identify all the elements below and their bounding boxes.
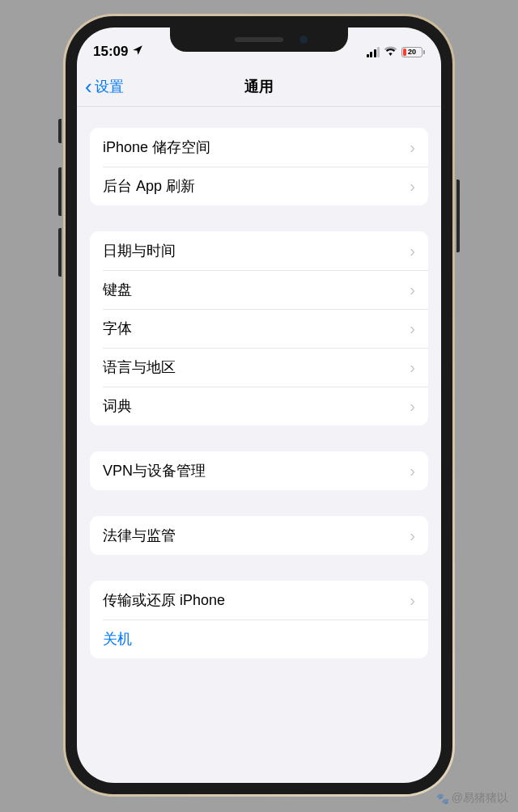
- settings-group: 法律与监管›: [90, 516, 428, 555]
- chevron-right-icon: ›: [410, 319, 415, 338]
- row-label: 键盘: [103, 280, 132, 299]
- settings-content[interactable]: iPhone 储存空间›后台 App 刷新›日期与时间›键盘›字体›语言与地区›…: [77, 107, 441, 783]
- settings-row[interactable]: 日期与时间›: [90, 231, 428, 270]
- settings-group: iPhone 储存空间›后台 App 刷新›: [90, 128, 428, 205]
- navigation-bar: ‹ 设置 通用: [77, 66, 441, 107]
- row-label: 法律与监管: [103, 526, 176, 545]
- settings-row[interactable]: iPhone 储存空间›: [90, 128, 428, 167]
- chevron-right-icon: ›: [410, 358, 415, 377]
- chevron-right-icon: ›: [410, 281, 415, 299]
- mute-switch: [58, 119, 62, 143]
- settings-row[interactable]: 关机: [90, 620, 428, 658]
- cellular-signal-icon: [367, 47, 380, 57]
- settings-row[interactable]: 词典›: [90, 387, 428, 425]
- row-label: 字体: [103, 319, 132, 338]
- paw-icon: 🐾: [436, 793, 449, 805]
- row-label: 语言与地区: [103, 357, 176, 377]
- location-icon: [132, 44, 143, 60]
- row-label: VPN与设备管理: [103, 461, 206, 480]
- battery-indicator: 20: [401, 47, 425, 57]
- page-title: 通用: [244, 77, 274, 96]
- phone-frame: 15:09: [63, 14, 455, 797]
- chevron-right-icon: ›: [410, 397, 415, 416]
- settings-group: 传输或还原 iPhone›关机: [90, 581, 428, 658]
- settings-row[interactable]: 后台 App 刷新›: [90, 167, 428, 205]
- volume-down-button: [58, 228, 62, 277]
- volume-up-button: [58, 167, 62, 216]
- status-time: 15:09: [93, 44, 128, 60]
- settings-row[interactable]: VPN与设备管理›: [90, 451, 428, 490]
- screen: 15:09: [77, 27, 441, 783]
- row-label: 传输或还原 iPhone: [103, 590, 225, 610]
- chevron-right-icon: ›: [410, 177, 415, 196]
- watermark: 🐾 @易猪猪以: [436, 791, 508, 806]
- settings-row[interactable]: 法律与监管›: [90, 516, 428, 555]
- chevron-right-icon: ›: [410, 527, 415, 545]
- settings-group: 日期与时间›键盘›字体›语言与地区›词典›: [90, 231, 428, 425]
- row-label: 日期与时间: [103, 241, 176, 260]
- wifi-icon: [384, 44, 397, 60]
- chevron-right-icon: ›: [410, 138, 415, 157]
- back-label: 设置: [95, 77, 124, 96]
- settings-row[interactable]: 语言与地区›: [90, 348, 428, 387]
- row-label: 关机: [103, 629, 132, 649]
- power-button: [456, 180, 460, 252]
- chevron-right-icon: ›: [410, 591, 415, 610]
- back-button[interactable]: ‹ 设置: [85, 76, 124, 97]
- row-label: iPhone 储存空间: [103, 137, 210, 157]
- notch: [170, 27, 348, 52]
- settings-row[interactable]: 键盘›: [90, 270, 428, 309]
- chevron-left-icon: ‹: [85, 76, 92, 97]
- row-label: 词典: [103, 396, 132, 416]
- row-label: 后台 App 刷新: [103, 176, 195, 196]
- chevron-right-icon: ›: [410, 462, 415, 480]
- settings-row[interactable]: 字体›: [90, 309, 428, 348]
- chevron-right-icon: ›: [410, 242, 415, 260]
- settings-row[interactable]: 传输或还原 iPhone›: [90, 581, 428, 620]
- settings-group: VPN与设备管理›: [90, 451, 428, 490]
